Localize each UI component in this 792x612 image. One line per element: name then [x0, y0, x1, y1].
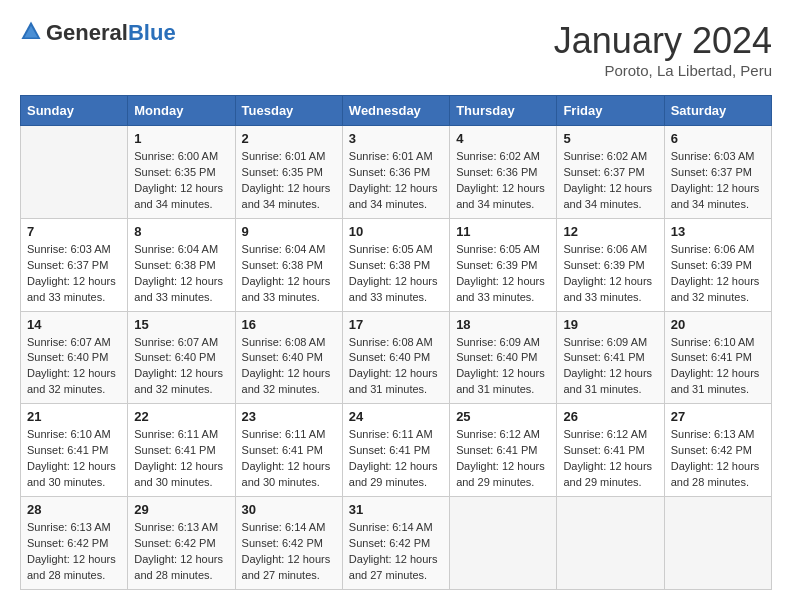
- calendar-cell: 27Sunrise: 6:13 AM Sunset: 6:42 PM Dayli…: [664, 404, 771, 497]
- day-number: 25: [456, 409, 550, 424]
- logo-general: General: [46, 20, 128, 45]
- calendar-cell: 20Sunrise: 6:10 AM Sunset: 6:41 PM Dayli…: [664, 311, 771, 404]
- day-number: 8: [134, 224, 228, 239]
- calendar-cell: 21Sunrise: 6:10 AM Sunset: 6:41 PM Dayli…: [21, 404, 128, 497]
- calendar-cell: 16Sunrise: 6:08 AM Sunset: 6:40 PM Dayli…: [235, 311, 342, 404]
- day-number: 23: [242, 409, 336, 424]
- day-info: Sunrise: 6:14 AM Sunset: 6:42 PM Dayligh…: [349, 520, 443, 584]
- day-info: Sunrise: 6:02 AM Sunset: 6:36 PM Dayligh…: [456, 149, 550, 213]
- day-info: Sunrise: 6:12 AM Sunset: 6:41 PM Dayligh…: [456, 427, 550, 491]
- day-info: Sunrise: 6:04 AM Sunset: 6:38 PM Dayligh…: [134, 242, 228, 306]
- calendar-cell: 4Sunrise: 6:02 AM Sunset: 6:36 PM Daylig…: [450, 126, 557, 219]
- day-info: Sunrise: 6:09 AM Sunset: 6:40 PM Dayligh…: [456, 335, 550, 399]
- day-info: Sunrise: 6:08 AM Sunset: 6:40 PM Dayligh…: [242, 335, 336, 399]
- day-number: 17: [349, 317, 443, 332]
- calendar-week-3: 14Sunrise: 6:07 AM Sunset: 6:40 PM Dayli…: [21, 311, 772, 404]
- calendar-cell: 9Sunrise: 6:04 AM Sunset: 6:38 PM Daylig…: [235, 218, 342, 311]
- day-number: 11: [456, 224, 550, 239]
- day-info: Sunrise: 6:14 AM Sunset: 6:42 PM Dayligh…: [242, 520, 336, 584]
- day-info: Sunrise: 6:08 AM Sunset: 6:40 PM Dayligh…: [349, 335, 443, 399]
- day-info: Sunrise: 6:07 AM Sunset: 6:40 PM Dayligh…: [134, 335, 228, 399]
- logo: GeneralBlue: [20, 20, 176, 46]
- calendar-cell: 1Sunrise: 6:00 AM Sunset: 6:35 PM Daylig…: [128, 126, 235, 219]
- calendar-header: SundayMondayTuesdayWednesdayThursdayFrid…: [21, 96, 772, 126]
- day-info: Sunrise: 6:10 AM Sunset: 6:41 PM Dayligh…: [671, 335, 765, 399]
- calendar-cell: [450, 497, 557, 590]
- day-number: 4: [456, 131, 550, 146]
- day-info: Sunrise: 6:12 AM Sunset: 6:41 PM Dayligh…: [563, 427, 657, 491]
- month-title: January 2024: [554, 20, 772, 62]
- column-header-saturday: Saturday: [664, 96, 771, 126]
- calendar-cell: 24Sunrise: 6:11 AM Sunset: 6:41 PM Dayli…: [342, 404, 449, 497]
- day-number: 18: [456, 317, 550, 332]
- day-number: 5: [563, 131, 657, 146]
- calendar-cell: 28Sunrise: 6:13 AM Sunset: 6:42 PM Dayli…: [21, 497, 128, 590]
- calendar-cell: 3Sunrise: 6:01 AM Sunset: 6:36 PM Daylig…: [342, 126, 449, 219]
- day-number: 29: [134, 502, 228, 517]
- day-number: 10: [349, 224, 443, 239]
- column-header-tuesday: Tuesday: [235, 96, 342, 126]
- column-header-thursday: Thursday: [450, 96, 557, 126]
- day-number: 15: [134, 317, 228, 332]
- calendar-cell: 8Sunrise: 6:04 AM Sunset: 6:38 PM Daylig…: [128, 218, 235, 311]
- day-number: 2: [242, 131, 336, 146]
- calendar-cell: [664, 497, 771, 590]
- header: GeneralBlue January 2024 Poroto, La Libe…: [20, 20, 772, 79]
- day-info: Sunrise: 6:00 AM Sunset: 6:35 PM Dayligh…: [134, 149, 228, 213]
- column-header-friday: Friday: [557, 96, 664, 126]
- title-area: January 2024 Poroto, La Libertad, Peru: [554, 20, 772, 79]
- calendar-cell: 23Sunrise: 6:11 AM Sunset: 6:41 PM Dayli…: [235, 404, 342, 497]
- calendar-week-2: 7Sunrise: 6:03 AM Sunset: 6:37 PM Daylig…: [21, 218, 772, 311]
- day-info: Sunrise: 6:02 AM Sunset: 6:37 PM Dayligh…: [563, 149, 657, 213]
- calendar-week-1: 1Sunrise: 6:00 AM Sunset: 6:35 PM Daylig…: [21, 126, 772, 219]
- column-header-sunday: Sunday: [21, 96, 128, 126]
- logo-blue: Blue: [128, 20, 176, 45]
- day-info: Sunrise: 6:11 AM Sunset: 6:41 PM Dayligh…: [134, 427, 228, 491]
- location-subtitle: Poroto, La Libertad, Peru: [554, 62, 772, 79]
- calendar-cell: 25Sunrise: 6:12 AM Sunset: 6:41 PM Dayli…: [450, 404, 557, 497]
- day-number: 24: [349, 409, 443, 424]
- column-header-wednesday: Wednesday: [342, 96, 449, 126]
- day-info: Sunrise: 6:06 AM Sunset: 6:39 PM Dayligh…: [563, 242, 657, 306]
- calendar-cell: 11Sunrise: 6:05 AM Sunset: 6:39 PM Dayli…: [450, 218, 557, 311]
- day-info: Sunrise: 6:10 AM Sunset: 6:41 PM Dayligh…: [27, 427, 121, 491]
- calendar-cell: 29Sunrise: 6:13 AM Sunset: 6:42 PM Dayli…: [128, 497, 235, 590]
- calendar-header-row: SundayMondayTuesdayWednesdayThursdayFrid…: [21, 96, 772, 126]
- calendar-cell: 6Sunrise: 6:03 AM Sunset: 6:37 PM Daylig…: [664, 126, 771, 219]
- day-number: 1: [134, 131, 228, 146]
- day-number: 28: [27, 502, 121, 517]
- calendar-cell: 13Sunrise: 6:06 AM Sunset: 6:39 PM Dayli…: [664, 218, 771, 311]
- day-info: Sunrise: 6:09 AM Sunset: 6:41 PM Dayligh…: [563, 335, 657, 399]
- day-info: Sunrise: 6:03 AM Sunset: 6:37 PM Dayligh…: [27, 242, 121, 306]
- day-number: 31: [349, 502, 443, 517]
- day-info: Sunrise: 6:04 AM Sunset: 6:38 PM Dayligh…: [242, 242, 336, 306]
- day-number: 21: [27, 409, 121, 424]
- calendar-cell: 31Sunrise: 6:14 AM Sunset: 6:42 PM Dayli…: [342, 497, 449, 590]
- calendar-cell: 18Sunrise: 6:09 AM Sunset: 6:40 PM Dayli…: [450, 311, 557, 404]
- logo-icon: [20, 20, 42, 42]
- calendar-cell: 15Sunrise: 6:07 AM Sunset: 6:40 PM Dayli…: [128, 311, 235, 404]
- calendar-cell: 22Sunrise: 6:11 AM Sunset: 6:41 PM Dayli…: [128, 404, 235, 497]
- calendar-cell: 26Sunrise: 6:12 AM Sunset: 6:41 PM Dayli…: [557, 404, 664, 497]
- day-info: Sunrise: 6:13 AM Sunset: 6:42 PM Dayligh…: [671, 427, 765, 491]
- calendar-body: 1Sunrise: 6:00 AM Sunset: 6:35 PM Daylig…: [21, 126, 772, 590]
- calendar-cell: 12Sunrise: 6:06 AM Sunset: 6:39 PM Dayli…: [557, 218, 664, 311]
- day-info: Sunrise: 6:06 AM Sunset: 6:39 PM Dayligh…: [671, 242, 765, 306]
- calendar-cell: 7Sunrise: 6:03 AM Sunset: 6:37 PM Daylig…: [21, 218, 128, 311]
- day-info: Sunrise: 6:03 AM Sunset: 6:37 PM Dayligh…: [671, 149, 765, 213]
- day-info: Sunrise: 6:11 AM Sunset: 6:41 PM Dayligh…: [349, 427, 443, 491]
- day-number: 3: [349, 131, 443, 146]
- day-info: Sunrise: 6:05 AM Sunset: 6:38 PM Dayligh…: [349, 242, 443, 306]
- calendar-cell: 10Sunrise: 6:05 AM Sunset: 6:38 PM Dayli…: [342, 218, 449, 311]
- day-number: 9: [242, 224, 336, 239]
- day-info: Sunrise: 6:11 AM Sunset: 6:41 PM Dayligh…: [242, 427, 336, 491]
- day-info: Sunrise: 6:05 AM Sunset: 6:39 PM Dayligh…: [456, 242, 550, 306]
- day-info: Sunrise: 6:13 AM Sunset: 6:42 PM Dayligh…: [134, 520, 228, 584]
- day-number: 13: [671, 224, 765, 239]
- calendar-cell: 30Sunrise: 6:14 AM Sunset: 6:42 PM Dayli…: [235, 497, 342, 590]
- day-number: 6: [671, 131, 765, 146]
- calendar-cell: 5Sunrise: 6:02 AM Sunset: 6:37 PM Daylig…: [557, 126, 664, 219]
- calendar-cell: 14Sunrise: 6:07 AM Sunset: 6:40 PM Dayli…: [21, 311, 128, 404]
- column-header-monday: Monday: [128, 96, 235, 126]
- day-number: 16: [242, 317, 336, 332]
